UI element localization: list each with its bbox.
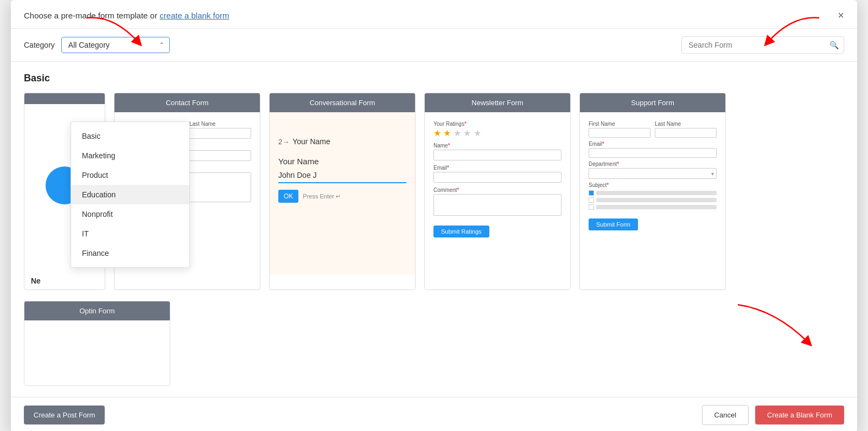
form-card-newsletter[interactable]: Newsletter Form Your Ratings* ★ ★ ★ ★ ★ [424,93,571,290]
support-name-row: First Name Last Name [589,121,717,138]
star-5: ★ [474,128,481,138]
conv-answer: John Doe J [278,171,317,179]
form-card-header-optin: Optin Form [24,301,170,320]
category-label: Category [24,41,55,49]
nl-email-label: Email* [433,165,561,171]
create-post-form-button[interactable]: Create a Post Form [24,406,105,424]
modal-dialog: Choose a pre-made form template or creat… [11,0,857,431]
category-select-wrapper: All Category [61,37,170,53]
conv-ok-btn: OK [278,190,298,203]
star-1: ★ [433,128,441,138]
new-section-label: Ne [24,272,105,290]
create-blank-link[interactable]: create a blank form [159,11,229,20]
checkbox-1 [589,190,594,196]
ratings-label: Your Ratings* [433,121,561,127]
star-3: ★ [454,128,461,138]
form-card-conversational[interactable]: Conversational Form 2→ Your Name Your Na… [269,93,416,290]
search-input[interactable] [681,36,844,54]
support-dept-select: ▾ [589,168,717,179]
form-card-header-contact: Contact Form [114,93,260,112]
conv-ok-row: OK Press Enter ↵ [278,190,406,203]
last-name-label: Last Name [189,121,251,127]
checkbox-item-2 [589,197,717,203]
create-blank-form-button[interactable]: Create a Blank Form [755,406,844,424]
support-email-input [589,148,717,158]
support-dept-label: Department* [589,161,717,167]
forms-grid-row2: Optin Form [24,301,844,386]
conv-step: 2→ Your Name [278,137,406,146]
dropdown-item-finance[interactable]: Finance [71,243,189,263]
cancel-button[interactable]: Cancel [702,405,749,425]
dropdown-item-product[interactable]: Product [71,165,189,185]
support-dept-row: Department* ▾ [589,161,717,179]
footer-right: Cancel Create a Blank Form [702,405,844,425]
dropdown-item-nonprofit[interactable]: Nonprofit [71,204,189,224]
last-name-input-preview [189,128,251,139]
form-card-body-conv: 2→ Your Name Your Name John Doe J OK Pre… [270,112,415,275]
search-wrapper: 🔍 [681,36,844,54]
nl-name-label: Name* [433,143,561,149]
support-subject-row: Subject* [589,182,717,210]
form-card-header-conv: Conversational Form [270,93,415,112]
modal-body: Basic Ne Contact Form st Name [11,62,857,397]
checkbox-label-3 [596,205,717,209]
support-last-name: Last Name [655,121,717,138]
nl-comment-label: Comment* [433,187,561,193]
support-subject-label: Subject* [589,182,717,188]
close-button[interactable]: × [838,10,844,21]
dropdown-item-education[interactable]: Education [71,185,189,204]
form-card-support[interactable]: Support Form First Name Last Name Em [579,93,726,290]
support-email-label: Email* [589,141,717,147]
star-4: ★ [463,128,471,138]
form-card-optin[interactable]: Optin Form [24,301,170,386]
dropdown-item-it[interactable]: IT [71,224,189,243]
checkbox-item-3 [589,204,717,210]
stars-row: ★ ★ ★ ★ ★ [433,128,561,138]
category-select[interactable]: All Category [61,37,170,53]
modal-footer: Create a Post Form Cancel Create a Blank… [11,397,857,431]
support-last-input [655,128,717,138]
category-dropdown: Basic Marketing Product Education Nonpro… [71,121,190,268]
support-submit-btn: Submit Form [589,218,638,230]
modal-title: Choose a pre-made form template or creat… [24,11,229,20]
dropdown-item-marketing[interactable]: Marketing [71,146,189,165]
form-card-body-newsletter: Your Ratings* ★ ★ ★ ★ ★ Name* [425,112,570,275]
support-first-input [589,128,650,138]
support-first-name: First Name [589,121,650,138]
nl-email-input-preview [433,172,561,183]
modal-header: Choose a pre-made form template or creat… [11,0,857,29]
toolbar: Category All Category 🔍 [11,29,857,62]
newsletter-submit-btn: Submit Ratings [433,226,489,237]
nl-comment-textarea [433,194,561,216]
checkbox-label-1 [596,191,717,195]
support-email-row: Email* [589,141,717,158]
search-icon: 🔍 [829,41,839,49]
conv-enter-hint: Press Enter ↵ [303,193,341,200]
dropdown-item-basic[interactable]: Basic [71,126,189,146]
checkbox-label-2 [596,198,717,202]
conv-question: Your Name [278,157,406,166]
title-prefix-text: Choose a pre-made form template or [24,11,159,20]
checkbox-item-1 [589,190,717,196]
support-checkboxes [589,190,717,210]
nl-name-input-preview [433,150,561,160]
form-card-body-support: First Name Last Name Email* Departme [580,112,725,275]
form-card-header-first [24,93,105,104]
checkbox-3 [589,204,594,210]
form-card-body-optin [24,320,170,385]
support-first-label: First Name [589,121,650,127]
support-last-label: Last Name [655,121,717,127]
form-card-header-newsletter: Newsletter Form [425,93,570,112]
form-card-header-support: Support Form [580,93,725,112]
section-title-basic: Basic [24,73,844,84]
checkbox-2 [589,197,594,203]
star-2: ★ [443,128,451,138]
